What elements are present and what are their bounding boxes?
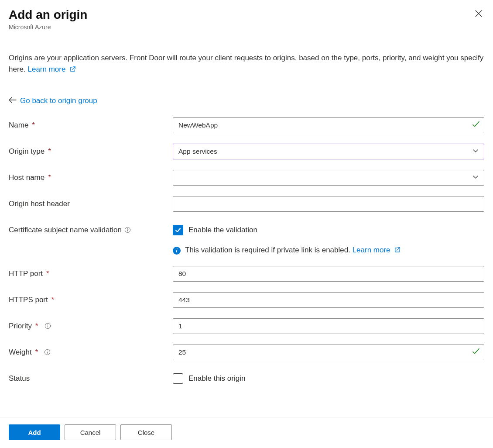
description-learn-more-link[interactable]: Learn more xyxy=(27,65,76,73)
footer-actions: Add Cancel Close xyxy=(0,417,493,448)
name-label: Name xyxy=(9,121,28,130)
required-asterisk: * xyxy=(48,173,51,182)
external-link-icon xyxy=(69,65,76,76)
description-text: Origins are your application servers. Fr… xyxy=(9,52,484,76)
name-input[interactable] xyxy=(173,117,484,133)
enable-validation-checkbox[interactable] xyxy=(173,225,183,235)
external-link-icon xyxy=(394,247,401,255)
validation-info-learn-more-link[interactable]: Learn more xyxy=(353,246,401,254)
https-port-label: HTTPS port xyxy=(9,296,48,304)
close-icon[interactable] xyxy=(473,8,484,21)
weight-input[interactable] xyxy=(173,345,484,360)
svg-point-8 xyxy=(47,324,48,325)
host-name-select[interactable] xyxy=(173,170,484,186)
origin-type-select[interactable]: App services xyxy=(173,144,484,159)
svg-point-11 xyxy=(47,351,48,351)
status-label: Status xyxy=(9,374,30,383)
weight-label: Weight xyxy=(9,348,32,357)
description-text-body: Origins are your application servers. Fr… xyxy=(9,54,483,73)
enable-origin-label: Enable this origin xyxy=(188,374,245,383)
host-name-label: Host name xyxy=(9,173,45,182)
origin-type-label: Origin type xyxy=(9,147,45,156)
cancel-button[interactable]: Cancel xyxy=(65,424,116,440)
origin-type-value: App services xyxy=(178,148,217,155)
priority-label: Priority xyxy=(9,322,32,331)
valid-check-icon xyxy=(472,347,480,357)
http-port-input[interactable] xyxy=(173,266,484,282)
add-button[interactable]: Add xyxy=(9,424,60,440)
enable-origin-checkbox[interactable] xyxy=(173,373,183,384)
info-icon[interactable] xyxy=(45,323,51,329)
info-icon[interactable] xyxy=(124,227,131,233)
required-asterisk: * xyxy=(32,121,35,130)
svg-point-5 xyxy=(127,228,128,229)
priority-input[interactable] xyxy=(173,318,484,334)
arrow-left-icon xyxy=(9,96,17,105)
valid-check-icon xyxy=(472,120,480,130)
origin-host-header-label: Origin host header xyxy=(9,200,70,208)
enable-validation-label: Enable the validation xyxy=(188,226,257,234)
info-icon[interactable] xyxy=(44,349,51,355)
required-asterisk: * xyxy=(35,348,38,357)
chevron-down-icon xyxy=(472,148,479,155)
required-asterisk: * xyxy=(51,296,55,304)
required-asterisk: * xyxy=(48,147,51,156)
validation-info-text: This validation is required if private l… xyxy=(185,246,353,254)
close-button[interactable]: Close xyxy=(120,424,172,440)
info-icon: i xyxy=(173,247,181,255)
https-port-input[interactable] xyxy=(173,292,484,308)
cert-validation-label: Certificate subject name validation xyxy=(9,226,122,234)
http-port-label: HTTP port xyxy=(9,269,43,278)
required-asterisk: * xyxy=(35,322,38,331)
required-asterisk: * xyxy=(46,269,49,278)
back-to-origin-group-link[interactable]: Go back to origin group xyxy=(9,96,97,105)
page-subtitle: Microsoft Azure xyxy=(9,24,87,31)
page-title: Add an origin xyxy=(9,8,87,22)
back-link-label: Go back to origin group xyxy=(20,96,97,105)
chevron-down-icon xyxy=(472,174,479,182)
origin-host-header-input[interactable] xyxy=(173,196,484,212)
